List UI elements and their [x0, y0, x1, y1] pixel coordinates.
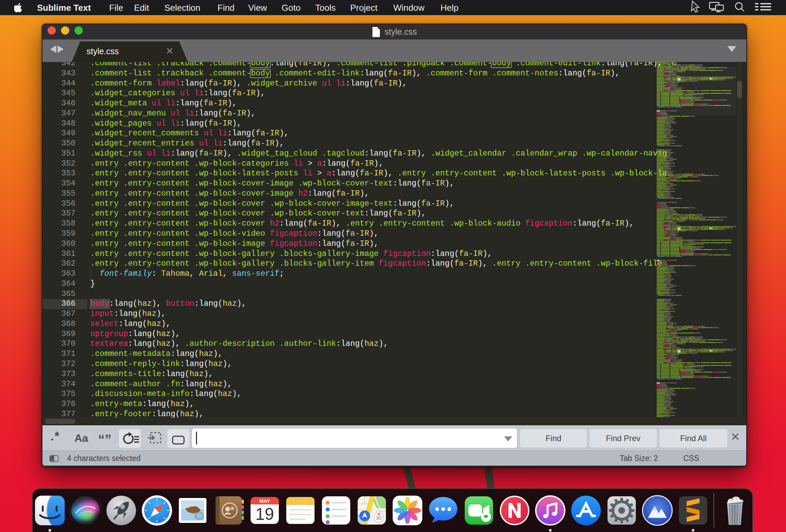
svg-text:MAY: MAY	[259, 498, 270, 504]
svg-text:19: 19	[255, 505, 274, 524]
svg-text:3D: 3D	[376, 515, 382, 521]
